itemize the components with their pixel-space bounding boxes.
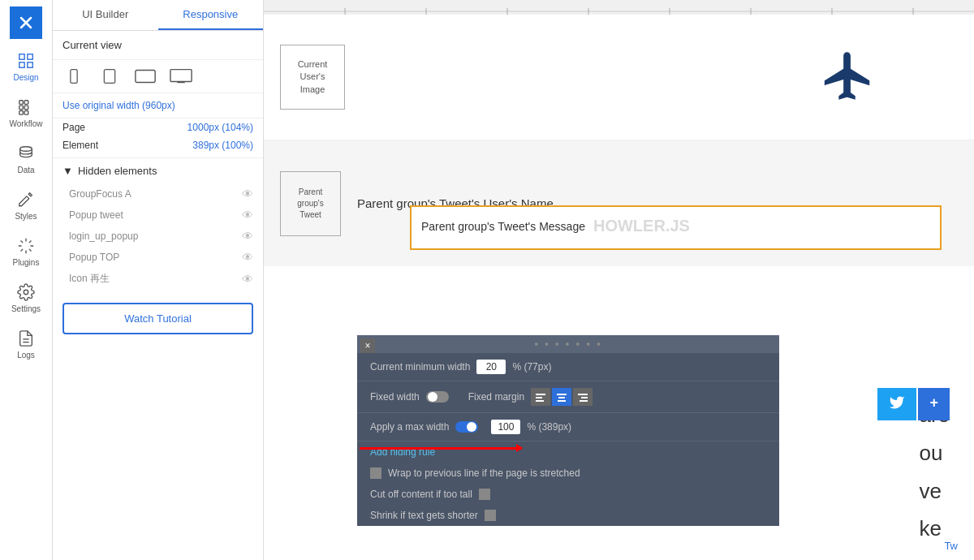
min-width-label: Current minimum width (370, 361, 470, 373)
max-width-label: Apply a max width (370, 421, 449, 433)
fixed-width-label: Fixed width (370, 391, 420, 403)
watch-tutorial-button[interactable]: Watch Tutorial (62, 303, 253, 334)
element-label: Element (62, 140, 98, 151)
svg-rect-39 (580, 400, 588, 402)
current-user-image: CurrentUser'sImage (280, 45, 345, 110)
sidebar-item-styles[interactable]: Styles (0, 183, 52, 229)
main-canvas: CurrentUser'sImage Parentgroup'sTweet Pa… (264, 0, 974, 560)
twitter-button[interactable] (877, 388, 916, 420)
align-left-button[interactable] (531, 388, 550, 406)
red-arrow-indicator (360, 447, 522, 450)
element-value: 389px (100%) (192, 140, 253, 151)
svg-rect-18 (136, 71, 155, 83)
app-logo[interactable] (10, 6, 42, 39)
current-view-label: Current view (53, 31, 263, 60)
parent-group-box: Parentgroup'sTweet (280, 171, 341, 236)
sidebar-item-workflow[interactable]: Workflow (0, 90, 52, 136)
tw-label: Tw (944, 540, 958, 552)
hidden-item-1[interactable]: Popup tweet 👁 (53, 205, 263, 226)
hidden-item-3[interactable]: Popup TOP 👁 (53, 247, 263, 268)
hidden-item-4[interactable]: Icon 再生 👁 (53, 268, 263, 290)
tablet-icon[interactable] (98, 68, 121, 84)
collapse-icon: ▼ (62, 165, 73, 177)
add-hiding-rule-link[interactable]: Add hiding rule (357, 442, 779, 463)
svg-point-11 (24, 290, 28, 295)
svg-rect-36 (558, 400, 566, 402)
wrap-label: Wrap to previous line if the page is str… (388, 467, 580, 479)
sidebar: Design Workflow Data Styles Plugins Sett… (0, 0, 53, 560)
sidebar-item-data[interactable]: Data (0, 136, 52, 183)
page-area: CurrentUser'sImage Parentgroup'sTweet Pa… (264, 15, 974, 560)
popup-row-max-width: Apply a max width 100 % (389px) (357, 413, 779, 442)
svg-rect-16 (104, 70, 114, 84)
page-value: 1000px (104%) (187, 122, 253, 133)
cutoff-label: Cut off content if too tall (370, 489, 472, 500)
popup-close-button[interactable]: × (360, 338, 375, 353)
popup-row-min-width: Current minimum width 20 % (77px) (357, 353, 779, 381)
sidebar-item-design[interactable]: Design (0, 44, 52, 90)
wrap-checkbox[interactable] (370, 467, 381, 479)
device-icons (53, 60, 263, 93)
phone-icon[interactable] (62, 68, 85, 84)
desktop-icon[interactable] (170, 68, 192, 84)
svg-rect-20 (170, 70, 192, 82)
svg-rect-14 (71, 70, 77, 84)
drag-dots: • • • • • • • (534, 338, 602, 351)
svg-rect-9 (24, 111, 28, 115)
hidden-elements-header[interactable]: ▼ Hidden elements (53, 158, 263, 183)
page-top-section: CurrentUser'sImage (264, 15, 974, 140)
tablet-landscape-icon[interactable] (134, 68, 157, 84)
hidden-item-2[interactable]: login_up_popup 👁 (53, 226, 263, 247)
svg-rect-33 (536, 400, 544, 402)
align-center-button[interactable] (552, 388, 571, 406)
eye-icon-1[interactable]: 👁 (242, 209, 253, 222)
page-middle-section: Parentgroup'sTweet Parent group's Tweet'… (264, 140, 974, 266)
hidden-item-name-1: Popup tweet (69, 209, 123, 221)
current-user-image-label: CurrentUser'sImage (298, 58, 328, 96)
plus-button[interactable]: + (918, 388, 950, 420)
svg-rect-2 (19, 62, 24, 67)
sidebar-item-logs[interactable]: Logs (0, 321, 52, 368)
shrink-row: Shrink if text gets shorter (357, 505, 779, 526)
canvas-content: CurrentUser'sImage Parentgroup'sTweet Pa… (264, 15, 974, 560)
svg-rect-3 (28, 62, 32, 67)
cutoff-row: Cut off content if too tall (357, 484, 779, 505)
svg-rect-1 (28, 54, 32, 59)
svg-rect-35 (558, 397, 565, 398)
align-buttons (531, 388, 593, 406)
svg-rect-4 (19, 101, 24, 105)
use-original-width[interactable]: Use original width (960px) (53, 93, 263, 118)
popup-row-fixed: Fixed width Fixed margin (357, 381, 779, 413)
eye-icon-4[interactable]: 👁 (242, 273, 253, 286)
eye-icon-2[interactable]: 👁 (242, 230, 253, 243)
svg-rect-8 (19, 111, 24, 115)
tab-responsive[interactable]: Responsive (158, 0, 264, 30)
shrink-checkbox[interactable] (485, 510, 496, 521)
tweet-message-box: Parent group's Tweet's Message HOWLER.JS (410, 205, 942, 250)
svg-rect-31 (536, 394, 545, 395)
svg-rect-5 (24, 101, 28, 105)
responsive-popup: × • • • • • • • Current minimum width 20… (357, 335, 779, 526)
fixed-width-toggle[interactable] (426, 391, 449, 403)
cutoff-checkbox[interactable] (479, 489, 490, 500)
apply-max-width-toggle[interactable] (455, 421, 478, 433)
social-buttons: + (877, 388, 950, 420)
element-size-row: Element 389px (100%) (53, 136, 263, 154)
hidden-item-name-2: login_up_popup (69, 230, 138, 242)
tweet-message-text: Parent group's Tweet's Message (421, 220, 585, 233)
tab-ui-builder[interactable]: UI Builder (53, 0, 158, 30)
align-right-button[interactable] (573, 388, 593, 406)
sidebar-item-settings[interactable]: Settings (0, 275, 52, 321)
eye-icon-0[interactable]: 👁 (242, 187, 253, 200)
hidden-item-0[interactable]: GroupFocus A 👁 (53, 183, 263, 205)
svg-rect-21 (264, 0, 974, 15)
hidden-item-name-0: GroupFocus A (69, 188, 131, 200)
max-width-value[interactable]: 100 (491, 420, 520, 434)
svg-rect-38 (581, 397, 588, 398)
sidebar-item-plugins[interactable]: Plugins (0, 229, 52, 275)
min-width-value[interactable]: 20 (476, 360, 506, 374)
popup-drag-bar[interactable]: • • • • • • • (357, 335, 779, 353)
ruler (264, 0, 974, 15)
svg-rect-0 (19, 54, 24, 59)
eye-icon-3[interactable]: 👁 (242, 251, 253, 264)
